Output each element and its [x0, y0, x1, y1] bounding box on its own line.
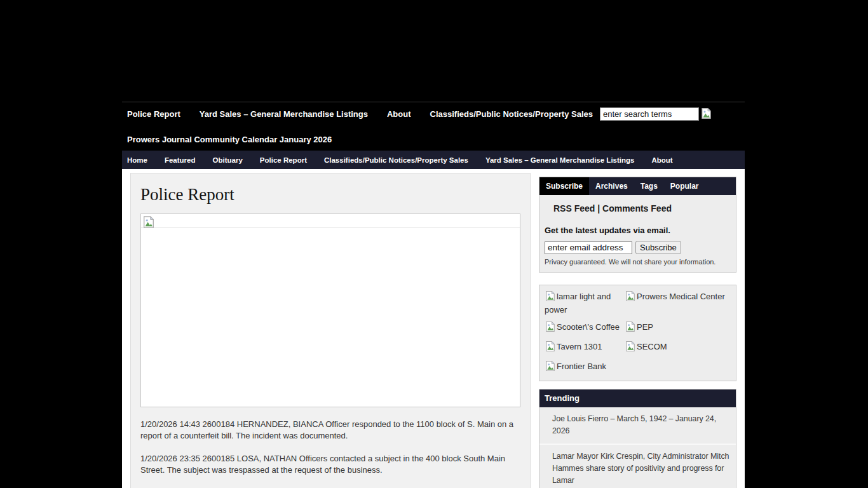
- nav-item-obituary[interactable]: Obituary: [213, 156, 243, 164]
- top-menu-classifieds[interactable]: Classifieds/Public Notices/Property Sale…: [430, 109, 593, 119]
- broken-image-icon: [545, 360, 556, 374]
- broken-image-icon: [545, 341, 556, 355]
- top-menu-police-report[interactable]: Police Report: [127, 109, 180, 119]
- sponsor-label: Scooter\'s Coffee: [557, 322, 620, 332]
- sponsor-lamar-light-and-power[interactable]: lamar light and power: [545, 290, 625, 315]
- sponsor-label: SECOM: [637, 342, 667, 351]
- main-nav: Home Featured Obituary Police Report Cla…: [122, 151, 745, 169]
- tab-tags[interactable]: Tags: [634, 177, 664, 195]
- trending-widget: Trending Joe Louis Fierro – March 5, 194…: [539, 389, 736, 488]
- subscribe-button[interactable]: Subscribe: [635, 241, 681, 254]
- tab-subscribe[interactable]: Subscribe: [539, 177, 589, 195]
- sponsor-label: Prowers Medical Center: [637, 292, 725, 301]
- sponsor-label: Tavern 1301: [557, 342, 602, 351]
- header-search: [600, 107, 712, 122]
- sponsor-tavern-1301[interactable]: Tavern 1301: [545, 341, 625, 355]
- subscribe-widget: Subscribe Archives Tags Popular RSS Feed…: [539, 177, 736, 273]
- sponsor-scooters-coffee[interactable]: Scooter\'s Coffee: [545, 321, 625, 335]
- header-divider: [122, 102, 745, 102]
- sidebar: Subscribe Archives Tags Popular RSS Feed…: [539, 177, 736, 488]
- trending-link-lamar-mayor[interactable]: Lamar Mayor Kirk Crespin, City Administr…: [539, 445, 736, 488]
- search-broken-image-icon[interactable]: [700, 107, 712, 122]
- page-title: Police Report: [140, 185, 520, 205]
- site-header: Police Report Yard Sales – General Merch…: [122, 0, 745, 151]
- sponsor-prowers-medical-center[interactable]: Prowers Medical Center: [625, 290, 731, 315]
- feed-links: RSS Feed | Comments Feed: [553, 203, 731, 214]
- sponsor-secom[interactable]: SECOM: [625, 341, 731, 355]
- subscribe-widget-body: RSS Feed | Comments Feed Get the latest …: [539, 195, 736, 272]
- sponsor-frontier-bank[interactable]: Frontier Bank: [545, 360, 625, 374]
- top-menu-about[interactable]: About: [387, 109, 411, 119]
- sponsor-pep[interactable]: PEP: [625, 321, 731, 335]
- broken-image-row: [141, 214, 520, 228]
- trending-link-joe-louis-fierro[interactable]: Joe Louis Fierro – March 5, 1942 – Janua…: [539, 407, 736, 444]
- report-paragraph: 1/20/2026 23:35 2600185 LOSA, NATHAN Off…: [140, 453, 520, 476]
- nav-item-featured[interactable]: Featured: [165, 156, 196, 164]
- trending-item: Lamar Mayor Kirk Crespin, City Administr…: [539, 445, 736, 488]
- article-image-placeholder: [140, 214, 520, 407]
- sponsors-widget: lamar light and power Prowers Medical Ce…: [539, 285, 736, 381]
- nav-item-home[interactable]: Home: [127, 156, 147, 164]
- top-menu-yard-sales[interactable]: Yard Sales – General Merchandise Listing…: [200, 109, 368, 119]
- trending-list: Joe Louis Fierro – March 5, 1942 – Janua…: [539, 407, 736, 488]
- page-wrapper: Police Report Yard Sales – General Merch…: [122, 0, 745, 488]
- search-input[interactable]: [600, 107, 699, 121]
- top-menu-community-calendar[interactable]: Prowers Journal Community Calendar Janua…: [127, 135, 332, 144]
- article: Police Report 1/20/2026 14:43 2600184 HE…: [130, 173, 531, 488]
- broken-image-icon: [625, 290, 636, 304]
- privacy-note: Privacy guaranteed. We will not share yo…: [545, 258, 731, 266]
- broken-image-icon: [625, 321, 636, 335]
- tab-archives[interactable]: Archives: [589, 177, 634, 195]
- tab-popular[interactable]: Popular: [664, 177, 705, 195]
- sponsor-label: PEP: [637, 322, 653, 332]
- top-menu-row2: Prowers Journal Community Calendar Janua…: [127, 133, 332, 145]
- sponsor-label: Frontier Bank: [557, 362, 606, 371]
- nav-item-police-report[interactable]: Police Report: [260, 156, 307, 164]
- broken-image-icon: [142, 215, 155, 231]
- email-input[interactable]: [545, 241, 632, 254]
- nav-item-classifieds[interactable]: Classifieds/Public Notices/Property Sale…: [324, 156, 468, 164]
- rss-feed-link[interactable]: RSS Feed: [553, 203, 595, 214]
- trending-header: Trending: [539, 390, 736, 407]
- broken-image-icon: [625, 341, 636, 355]
- nav-item-about[interactable]: About: [651, 156, 672, 164]
- content-area: Police Report 1/20/2026 14:43 2600184 HE…: [122, 169, 745, 488]
- trending-item: Joe Louis Fierro – March 5, 1942 – Janua…: [539, 407, 736, 445]
- email-prompt: Get the latest updates via email.: [545, 226, 731, 235]
- feed-separator: |: [595, 203, 602, 214]
- broken-image-icon: [545, 290, 556, 304]
- comments-feed-link[interactable]: Comments Feed: [602, 203, 672, 214]
- sidebar-tabbar: Subscribe Archives Tags Popular: [539, 177, 736, 195]
- broken-image-icon: [545, 321, 556, 335]
- report-paragraph: 1/20/2026 14:43 2600184 HERNANDEZ, BIANC…: [140, 419, 520, 442]
- nav-item-yard-sales[interactable]: Yard Sales – General Merchandise Listing…: [485, 156, 635, 164]
- top-menu: Police Report Yard Sales – General Merch…: [127, 109, 593, 119]
- email-form: Subscribe: [545, 241, 731, 254]
